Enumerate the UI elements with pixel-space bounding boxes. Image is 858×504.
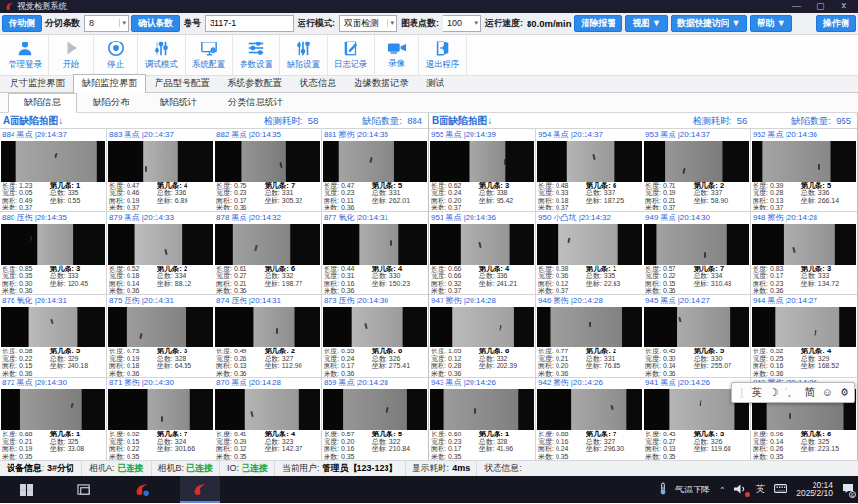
tab-5[interactable]: 边缘数据记录 — [345, 74, 417, 92]
defect-cell[interactable]: 952 黑点 |20:14:36 长度: 0.39 宽度: 0.28 面积: 0… — [751, 129, 857, 211]
operate-side-button[interactable]: 操作侧 — [816, 15, 856, 32]
stat-total: 总数: 338 — [479, 189, 533, 197]
ime-emoji-button[interactable]: ☺ — [822, 383, 833, 402]
pinned-app-button[interactable] — [122, 476, 162, 503]
action-debug-sliders[interactable]: 调试模式 — [138, 35, 186, 75]
defect-cell[interactable]: 946 擦伤 |20:14:28 长度: 0.77 宽度: 0.21 面积: 0… — [536, 295, 643, 378]
tab-3[interactable]: 系统参数配置 — [218, 74, 291, 92]
help-menu-button[interactable]: 帮助 ▼ — [750, 15, 791, 32]
defect-mark — [72, 402, 74, 407]
tab-0[interactable]: 尺寸监控界面 — [1, 74, 73, 92]
defect-cell[interactable]: 874 压伤 |20:14:31 长度: 0.49 宽度: 0.26 面积: 0… — [214, 295, 321, 378]
ime-drag-handle[interactable]: ┆ — [739, 388, 744, 398]
maximize-button[interactable]: ▢ — [816, 0, 825, 13]
volume-icon[interactable] — [734, 484, 747, 496]
stat-width: 宽度: 0.66 — [431, 272, 477, 280]
minimize-button[interactable]: — — [792, 0, 801, 13]
tab-4[interactable]: 状态信息 — [291, 74, 345, 92]
clear-alarm-button[interactable]: 清除报警 — [574, 15, 622, 32]
defect-cell[interactable]: 878 黑点 |20:14:32 长度: 0.61 宽度: 0.27 面积: 0… — [214, 212, 321, 294]
touch-keyboard-icon[interactable] — [774, 484, 787, 495]
stat-area: 面积: 0.15 — [2, 362, 48, 370]
roll-input[interactable] — [205, 15, 294, 32]
ime-lang-toggle[interactable]: 英 — [751, 383, 761, 402]
defect-cell[interactable]: 869 黑点 |20:14:28 长度: 0.57 宽度: 0.20 面积: 0… — [322, 378, 428, 460]
defect-cell[interactable]: 953 黑点 |20:14:37 长度: 0.71 宽度: 0.19 面积: 0… — [644, 129, 750, 211]
defect-cell[interactable]: 950 小凸坑 |20:14:32 长度: 0.38 宽度: 0.36 面积: … — [536, 212, 643, 294]
input-language-indicator[interactable]: 英 — [756, 483, 766, 496]
action-stop[interactable]: 停止 — [94, 35, 138, 75]
stat-meters: 米数: 0.37 — [431, 204, 477, 211]
chart-points-select[interactable]: 100 ▾ — [443, 15, 481, 32]
defect-cell-title: 949 黑点 |20:14:30 — [644, 212, 750, 223]
action-defect-sliders[interactable]: 缺陷设置 — [280, 35, 328, 75]
ime-settings-icon[interactable]: ⚙ — [840, 383, 849, 402]
defect-cell[interactable]: 879 黑点 |20:14:33 长度: 0.52 宽度: 0.18 面积: 0… — [107, 212, 214, 294]
defect-mark — [54, 153, 57, 158]
stat-meters: 米数: 0.35 — [109, 453, 156, 461]
defect-cell[interactable]: 881 擦伤 |20:14:35 长度: 0.47 宽度: 0.23 面积: 0… — [322, 129, 428, 211]
slit-count-select[interactable]: 8 ▾ — [84, 15, 129, 32]
weather-ticker[interactable]: 气温下降 — [675, 484, 710, 496]
defect-cell[interactable]: 883 黑点 |20:14:37 长度: 0.47 宽度: 0.46 面积: 0… — [107, 129, 214, 211]
subtab-1[interactable]: 缺陷分布 — [77, 94, 145, 112]
subtab-3[interactable]: 分类信息统计 — [213, 94, 299, 112]
stat-total: 总数: 335 — [50, 189, 104, 197]
task-view-button[interactable] — [64, 476, 104, 503]
subtab-2[interactable]: 缺陷统计 — [145, 94, 213, 112]
ime-simplified-toggle[interactable]: 简 — [805, 383, 815, 402]
defect-cell[interactable]: 951 黑点 |20:14:36 长度: 0.66 宽度: 0.66 面积: 0… — [429, 212, 535, 294]
stat-area: 面积: 0.30 — [2, 280, 48, 288]
view-menu-button[interactable]: 视图 ▼ — [625, 15, 667, 32]
defect-cell[interactable]: 875 压伤 |20:14:31 长度: 0.73 宽度: 0.19 面积: 0… — [107, 295, 214, 378]
defect-cell[interactable]: 884 黑点 |20:14:37 长度: 1.23 宽度: 0.05 面积: 0… — [0, 129, 106, 211]
defect-cell[interactable]: 880 压伤 |20:14:35 长度: 0.85 宽度: 0.35 面积: 0… — [0, 212, 106, 294]
action-exit-door[interactable]: 退出程序 — [419, 35, 467, 75]
defect-cell[interactable]: 876 氧化 |20:14:31 长度: 0.58 宽度: 0.22 面积: 0… — [0, 295, 106, 378]
subtab-0[interactable]: 缺陷信息 — [8, 93, 77, 113]
action-log-notebook[interactable]: 日志记录 — [328, 35, 375, 75]
action-user[interactable]: 管理登录 — [2, 35, 49, 75]
defect-image — [323, 141, 427, 182]
confirm-count-button[interactable]: 确认条数 — [131, 15, 180, 32]
defect-cell[interactable]: 948 擦伤 |20:14:28 长度: 0.83 宽度: 0.17 面积: 0… — [751, 212, 857, 294]
defect-cell[interactable]: 949 黑点 |20:14:30 长度: 0.57 宽度: 0.22 面积: 0… — [644, 212, 750, 294]
tab-2[interactable]: 产品型号配置 — [146, 74, 218, 92]
stat-length: 长度: 0.55 — [324, 348, 370, 355]
active-app-button[interactable] — [180, 476, 220, 503]
defect-cell[interactable]: 877 氧化 |20:14:31 长度: 0.44 宽度: 0.31 面积: 0… — [322, 212, 428, 294]
defect-image — [1, 307, 105, 348]
ime-fullhalf-toggle[interactable]: ☽ — [768, 383, 778, 402]
ime-punctuation-toggle[interactable]: ’、 — [785, 383, 797, 402]
data-access-menu-button[interactable]: 数据快捷访问 ▼ — [671, 15, 747, 32]
defect-cell[interactable]: 870 黑点 |20:14:28 长度: 0.41 宽度: 0.29 面积: 0… — [214, 378, 321, 460]
defect-mark — [390, 240, 392, 246]
defect-cell[interactable]: 945 黑点 |20:14:27 长度: 0.45 宽度: 0.30 面积: 0… — [644, 295, 750, 378]
defect-cell[interactable]: 943 黑点 |20:14:26 长度: 0.60 宽度: 0.23 面积: 0… — [429, 378, 535, 460]
start-button[interactable] — [6, 476, 46, 503]
defect-cell[interactable]: 871 擦伤 |20:14:30 长度: 0.92 宽度: 0.15 面积: 0… — [107, 378, 214, 460]
defect-cell[interactable]: 872 黑点 |20:14:30 长度: 0.68 宽度: 0.21 面积: 0… — [0, 378, 106, 460]
stat-meters: 米数: 0.36 — [2, 370, 48, 378]
tray-expand-icon[interactable]: ⌃ — [719, 486, 726, 494]
defect-image — [215, 141, 320, 182]
action-params-sliders[interactable]: 参数设置 — [233, 35, 280, 75]
tab-1[interactable]: 缺陷监控界面 — [73, 74, 146, 93]
action-center-icon[interactable]: 6 — [842, 483, 854, 496]
run-mode-select[interactable]: 双面检测 ▾ — [339, 15, 397, 32]
action-video-camera[interactable]: 录像 — [375, 35, 419, 75]
defect-cell[interactable]: 947 擦伤 |20:14:28 长度: 1.05 宽度: 0.12 面积: 0… — [429, 295, 535, 378]
defect-cell[interactable]: 873 压伤 |20:14:30 长度: 0.55 宽度: 0.24 面积: 0… — [322, 295, 428, 378]
close-button[interactable]: ✕ — [840, 0, 847, 13]
action-monitor-gear[interactable]: 系统配置 — [186, 35, 233, 75]
tab-6[interactable]: 测试 — [417, 74, 453, 92]
taskbar-clock[interactable]: 20:14 2025/2/10 — [796, 481, 833, 499]
defect-cell[interactable]: 944 黑点 |20:14:27 长度: 0.52 宽度: 0.25 面积: 0… — [751, 295, 857, 378]
defect-cell[interactable]: 954 黑点 |20:14:37 长度: 0.48 宽度: 0.33 面积: 0… — [536, 129, 643, 211]
drive-side-button[interactable]: 传动侧 — [2, 15, 42, 32]
thermometer-icon[interactable] — [659, 482, 667, 497]
defect-cell[interactable]: 942 擦伤 |20:14:26 长度: 0.88 宽度: 0.16 面积: 0… — [536, 378, 643, 460]
action-play[interactable]: 开始 — [49, 35, 94, 75]
defect-cell[interactable]: 955 黑点 |20:14:39 长度: 0.62 宽度: 0.24 面积: 0… — [429, 129, 535, 211]
defect-cell[interactable]: 882 黑点 |20:14:35 长度: 0.75 宽度: 0.23 面积: 0… — [214, 129, 321, 211]
